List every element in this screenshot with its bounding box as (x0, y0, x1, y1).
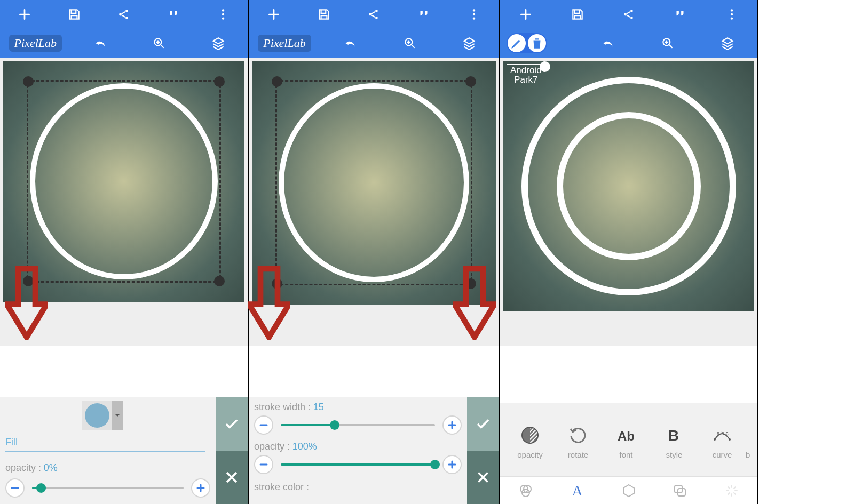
add-button[interactable] (249, 7, 299, 21)
screenshot-panel-2: PixelLab stroke width : 15 (249, 0, 500, 504)
resize-handle-tr[interactable] (214, 76, 225, 87)
increment-button[interactable] (442, 455, 462, 474)
circle-shape-inner[interactable] (557, 112, 701, 260)
tool-style[interactable]: B style (652, 415, 697, 469)
save-button[interactable] (551, 7, 603, 21)
opacity-value: 100% (292, 441, 317, 452)
undo-button[interactable] (578, 36, 638, 50)
stroke-width-row: stroke width : 15 (254, 402, 324, 413)
text-selection[interactable]: Android Park7 (507, 64, 545, 86)
zoom-button[interactable] (130, 36, 188, 50)
svg-point-19 (731, 17, 733, 19)
increment-button[interactable] (191, 478, 210, 498)
svg-line-43 (734, 487, 736, 489)
save-button[interactable] (50, 7, 99, 21)
svg-point-2 (125, 17, 128, 19)
opacity-value: 0% (44, 462, 58, 473)
layers-button[interactable] (698, 36, 757, 50)
share-button[interactable] (603, 7, 654, 21)
opacity-slider[interactable] (5, 478, 210, 498)
slider-track[interactable] (32, 487, 184, 489)
tool-font[interactable]: Ab font (604, 415, 649, 469)
top-action-bar (249, 0, 499, 29)
rotate-handle[interactable] (540, 61, 550, 72)
tab-shapes[interactable] (603, 484, 654, 498)
more-button[interactable] (449, 7, 499, 21)
opacity-label: opacity : (5, 462, 41, 473)
tool-opacity[interactable]: opacity (508, 415, 552, 469)
resize-handle-tr[interactable] (465, 76, 476, 87)
layers-button[interactable] (439, 36, 499, 50)
fill-color-swatch[interactable] (82, 401, 130, 430)
stroke-color-row: stroke color : (254, 482, 309, 493)
add-button[interactable] (0, 7, 50, 21)
screenshot-panel-3: Android Park7 opacity rotate Ab font B s… (500, 0, 758, 504)
circle-shape[interactable] (30, 83, 218, 279)
decrement-button[interactable] (254, 455, 273, 474)
svg-point-28 (729, 438, 731, 441)
canvas-area: Android Park7 (500, 58, 757, 346)
tab-color[interactable] (500, 484, 551, 498)
svg-point-11 (473, 13, 475, 15)
opacity-slider[interactable] (254, 455, 462, 474)
top-action-bar (500, 0, 757, 29)
zoom-button[interactable] (638, 36, 698, 50)
tool-rotate[interactable]: rotate (556, 415, 600, 469)
confirm-button[interactable] (467, 397, 499, 451)
quote-button[interactable] (654, 7, 706, 21)
cancel-button[interactable] (467, 451, 499, 504)
save-button[interactable] (299, 7, 349, 21)
text-line-2: Park7 (510, 75, 542, 85)
resize-handle-br[interactable] (214, 276, 225, 286)
quote-button[interactable] (399, 7, 449, 21)
edit-button[interactable] (508, 34, 526, 52)
confirm-button[interactable] (216, 397, 248, 451)
confirm-column (216, 397, 248, 504)
delete-button[interactable] (528, 34, 546, 52)
undo-button[interactable] (320, 36, 380, 50)
stroke-width-value: 15 (313, 402, 324, 412)
tab-squares[interactable] (654, 484, 706, 498)
stroke-width-label: stroke width : (254, 402, 311, 412)
undo-button[interactable] (71, 36, 130, 50)
swatch-dropdown[interactable] (112, 401, 123, 430)
quote-button[interactable] (148, 7, 198, 21)
tool-background[interactable]: T backgro (748, 415, 750, 469)
more-button[interactable] (706, 7, 757, 21)
edit-delete-pills (500, 33, 578, 53)
cancel-button[interactable] (216, 451, 248, 504)
decrement-button[interactable] (5, 478, 25, 498)
more-button[interactable] (198, 7, 248, 21)
resize-handle-tl[interactable] (23, 76, 34, 87)
layers-button[interactable] (189, 36, 248, 50)
increment-button[interactable] (442, 415, 462, 435)
add-button[interactable] (500, 7, 551, 21)
editor-canvas[interactable]: Android Park7 (503, 61, 754, 311)
tool-curve[interactable]: a b c curve (700, 415, 745, 469)
resize-handle-tl[interactable] (272, 76, 282, 87)
svg-point-17 (731, 9, 733, 11)
svg-point-9 (376, 17, 378, 19)
second-action-bar: PixelLab (249, 29, 499, 58)
fill-opacity-panel: Fill opacity : 0% (0, 397, 248, 504)
svg-line-42 (734, 493, 736, 494)
slider-track[interactable] (281, 463, 435, 466)
tab-text[interactable]: A (551, 482, 603, 499)
tab-effects[interactable] (706, 484, 757, 498)
svg-line-41 (728, 487, 730, 489)
text-line-1: Android (510, 66, 542, 75)
stroke-width-slider[interactable] (254, 415, 462, 435)
second-action-bar (500, 29, 757, 58)
tools-row[interactable]: opacity rotate Ab font B style a b c cur… (508, 415, 750, 469)
svg-point-18 (731, 13, 733, 15)
circle-shape[interactable] (279, 83, 469, 282)
app-logo: PixelLab (0, 35, 71, 52)
slider-track[interactable] (281, 424, 435, 426)
svg-point-15 (630, 10, 633, 12)
fill-field-label[interactable]: Fill (5, 437, 18, 448)
share-button[interactable] (99, 7, 149, 21)
decrement-button[interactable] (254, 415, 273, 435)
svg-point-8 (376, 10, 378, 12)
zoom-button[interactable] (380, 36, 440, 50)
share-button[interactable] (349, 7, 399, 21)
